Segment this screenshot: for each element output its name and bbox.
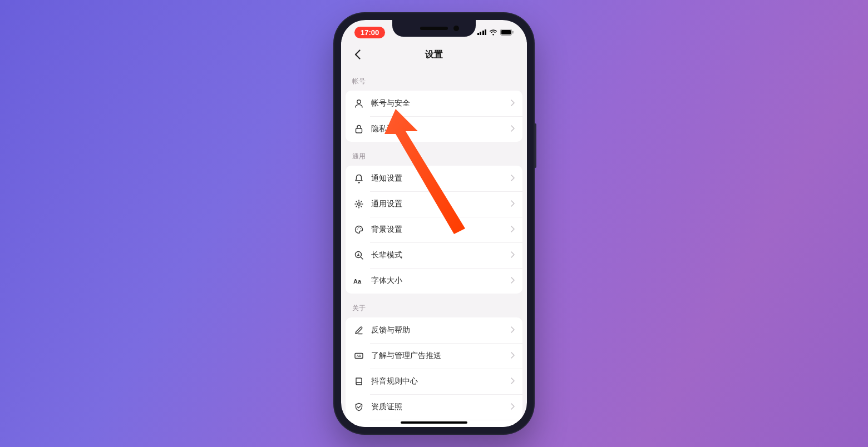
chevron-left-icon xyxy=(354,49,361,59)
row-background[interactable]: 背景设置 xyxy=(346,217,522,242)
row-label: 背景设置 xyxy=(371,225,511,235)
row-label: 通用设置 xyxy=(371,199,511,209)
svg-point-5 xyxy=(358,203,361,206)
section-group-general: 通知设置 通用设置 xyxy=(346,166,522,294)
svg-rect-1 xyxy=(501,30,511,34)
settings-list[interactable]: 帐号 帐号与安全 隐私设置 xyxy=(341,67,527,427)
section-header-general: 通用 xyxy=(346,142,522,166)
row-label: 抖音规则中心 xyxy=(371,376,511,386)
section-header-about: 关于 xyxy=(346,294,522,317)
chevron-right-icon xyxy=(511,351,515,361)
wifi-icon xyxy=(489,29,497,36)
row-general[interactable]: 通用设置 xyxy=(346,191,522,217)
svg-text:AD: AD xyxy=(357,354,362,357)
chevron-right-icon xyxy=(511,250,515,260)
cellular-signal-icon xyxy=(477,29,487,35)
row-elder-mode[interactable]: A 长辈模式 xyxy=(346,242,522,268)
svg-text:A: A xyxy=(357,253,359,257)
person-icon xyxy=(353,98,364,109)
row-account-security[interactable]: 帐号与安全 xyxy=(346,91,522,116)
row-notifications[interactable]: 通知设置 xyxy=(346,166,522,191)
chevron-right-icon xyxy=(511,402,515,412)
svg-point-7 xyxy=(358,227,359,229)
aa-icon: Aa xyxy=(353,275,364,286)
phone-side-button xyxy=(535,123,536,168)
chevron-right-icon xyxy=(511,124,515,134)
row-label: 反馈与帮助 xyxy=(371,325,511,335)
row-label: 隐私设置 xyxy=(371,124,511,134)
row-label: 长辈模式 xyxy=(371,250,511,260)
status-time: 17:00 xyxy=(354,27,385,38)
row-feedback[interactable]: 反馈与帮助 xyxy=(346,317,522,343)
back-button[interactable] xyxy=(349,46,366,63)
section-header-account: 帐号 xyxy=(346,67,522,91)
book-icon xyxy=(353,376,364,387)
row-label: 字体大小 xyxy=(371,276,511,286)
svg-point-6 xyxy=(357,229,358,230)
row-label: 了解与管理广告推送 xyxy=(371,351,511,361)
nav-bar: 设置 xyxy=(341,42,527,67)
section-group-about: 反馈与帮助 AD 了解与管理广告推送 xyxy=(346,317,522,427)
phone-frame: 17:00 设置 帐号 xyxy=(333,12,535,435)
chevron-right-icon xyxy=(511,199,515,209)
row-label: 通知设置 xyxy=(371,173,511,183)
svg-text:Aa: Aa xyxy=(353,278,362,285)
palette-icon xyxy=(353,224,364,235)
chevron-right-icon xyxy=(511,225,515,235)
chevron-right-icon xyxy=(511,98,515,108)
page-title: 设置 xyxy=(425,49,443,61)
svg-rect-4 xyxy=(356,128,362,133)
home-indicator[interactable] xyxy=(401,421,467,424)
svg-rect-2 xyxy=(512,31,514,34)
phone-notch xyxy=(392,20,476,37)
chevron-right-icon xyxy=(511,325,515,335)
section-group-account: 帐号与安全 隐私设置 xyxy=(346,91,522,142)
row-rules-center[interactable]: 抖音规则中心 xyxy=(346,369,522,394)
chevron-right-icon xyxy=(511,276,515,286)
gear-icon xyxy=(353,198,364,210)
shield-icon xyxy=(353,401,364,413)
ad-icon: AD xyxy=(353,350,364,361)
lock-icon xyxy=(353,123,364,135)
battery-icon xyxy=(500,29,514,36)
bell-icon xyxy=(353,173,364,184)
pencil-icon xyxy=(353,325,364,336)
svg-point-3 xyxy=(357,100,361,103)
status-right xyxy=(477,29,514,36)
row-font-size[interactable]: Aa 字体大小 xyxy=(346,268,522,294)
chevron-right-icon xyxy=(511,173,515,183)
row-label: 资质证照 xyxy=(371,402,511,412)
svg-point-8 xyxy=(360,229,361,230)
phone-screen: 17:00 设置 帐号 xyxy=(341,20,527,427)
row-label: 帐号与安全 xyxy=(371,98,511,108)
chevron-right-icon xyxy=(511,376,515,386)
row-ad-management[interactable]: AD 了解与管理广告推送 xyxy=(346,343,522,369)
row-credentials[interactable]: 资质证照 xyxy=(346,394,522,420)
magnify-a-icon: A xyxy=(353,250,364,261)
row-privacy[interactable]: 隐私设置 xyxy=(346,116,522,142)
